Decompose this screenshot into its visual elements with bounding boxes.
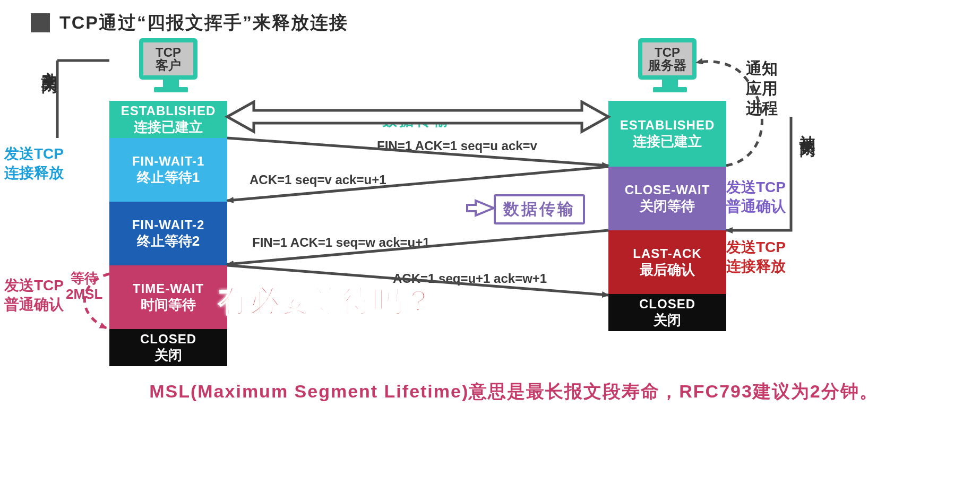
monitor-base-icon — [653, 87, 687, 92]
state-established: ESTABLISHED连接已建立 — [608, 101, 726, 167]
right-send-release-label: 发送TCP连接释放 — [726, 238, 786, 276]
data-tag-pointer-icon — [467, 201, 494, 215]
state-time-wait: TIME-WAIT时间等待 — [109, 265, 227, 329]
client-monitor-icon: TCP 客户 — [139, 38, 203, 91]
state-cn-label: 连接已建立 — [111, 119, 225, 135]
state-en-label: FIN-WAIT-1 — [111, 154, 225, 169]
question-label: 有必要等待吗？ — [219, 281, 434, 322]
client-monitor-line1: TCP — [156, 46, 181, 59]
client-monitor-screen: TCP 客户 — [139, 38, 197, 80]
server-monitor-line2: 服务器 — [648, 59, 686, 72]
left-send-ack-label: 发送TCP普通确认 — [4, 276, 64, 315]
message-1-label: FIN=1 ACK=1 seq=u ack=v — [377, 139, 537, 153]
right-send-ack-label: 发送TCP普通确认 — [726, 178, 786, 217]
monitor-base-icon — [154, 87, 188, 92]
passive-close-label: 被动关闭 — [796, 122, 818, 207]
notify-app-label: 通知应用进程 — [746, 58, 778, 118]
title-row: TCP通过“四报文挥手”来释放连接 — [31, 11, 348, 35]
state-cn-label: 最后确认 — [611, 262, 724, 278]
state-en-label: ESTABLISHED — [111, 103, 225, 119]
monitor-stand-icon — [163, 80, 179, 87]
active-close-bracket — [57, 60, 109, 138]
bullet-square-icon — [31, 13, 50, 32]
message-2-label: ACK=1 seq=v ack=u+1 — [250, 172, 386, 187]
state-cn-label: 终止等待2 — [111, 233, 225, 249]
page-title: TCP通过“四报文挥手”来释放连接 — [59, 11, 348, 35]
state-established: ESTABLISHED连接已建立 — [109, 101, 227, 138]
data-transfer-center-label: 数据传输 — [382, 110, 450, 131]
state-en-label: CLOSE-WAIT — [611, 183, 724, 198]
footnote-label: MSL(Maximum Segment Lifetime)意思是最长报文段寿命，… — [80, 379, 948, 404]
server-column: ESTABLISHED连接已建立CLOSE-WAIT关闭等待LAST-ACK最后… — [608, 101, 726, 331]
state-cn-label: 终止等待1 — [111, 169, 225, 186]
left-send-release-label: 发送TCP连接释放 — [4, 144, 64, 183]
state-fin-wait-1: FIN-WAIT-1终止等待1 — [109, 138, 227, 202]
wait-2msl-label: 等待2MSL — [66, 271, 102, 302]
state-en-label: LAST-ACK — [611, 246, 724, 262]
state-en-label: CLOSED — [111, 332, 225, 347]
state-en-label: TIME-WAIT — [111, 281, 225, 297]
server-monitor-screen: TCP 服务器 — [638, 38, 697, 80]
client-column: ESTABLISHED连接已建立FIN-WAIT-1终止等待1FIN-WAIT-… — [109, 101, 227, 366]
state-closed: CLOSED关闭 — [109, 329, 227, 366]
state-en-label: ESTABLISHED — [611, 118, 724, 133]
state-fin-wait-2: FIN-WAIT-2终止等待2 — [109, 202, 227, 265]
client-monitor-line2: 客户 — [156, 59, 181, 72]
state-cn-label: 关闭 — [111, 347, 225, 364]
state-cn-label: 关闭 — [611, 312, 724, 329]
state-last-ack: LAST-ACK最后确认 — [608, 230, 726, 294]
state-cn-label: 时间等待 — [111, 297, 225, 313]
state-close-wait: CLOSE-WAIT关闭等待 — [608, 167, 726, 230]
monitor-stand-icon — [662, 80, 678, 87]
state-en-label: FIN-WAIT-2 — [111, 218, 225, 233]
state-cn-label: 连接已建立 — [611, 133, 724, 150]
data-transfer-tag: 数据传输 — [494, 194, 585, 224]
state-closed: CLOSED关闭 — [608, 294, 726, 331]
state-cn-label: 关闭等待 — [611, 198, 724, 214]
server-monitor-icon: TCP 服务器 — [638, 38, 702, 91]
state-en-label: CLOSED — [611, 297, 724, 312]
message-3-label: FIN=1 ACK=1 seq=w ack=u+1 — [252, 235, 430, 250]
active-close-label: 主动关闭 — [38, 58, 60, 143]
server-monitor-line1: TCP — [655, 46, 680, 59]
